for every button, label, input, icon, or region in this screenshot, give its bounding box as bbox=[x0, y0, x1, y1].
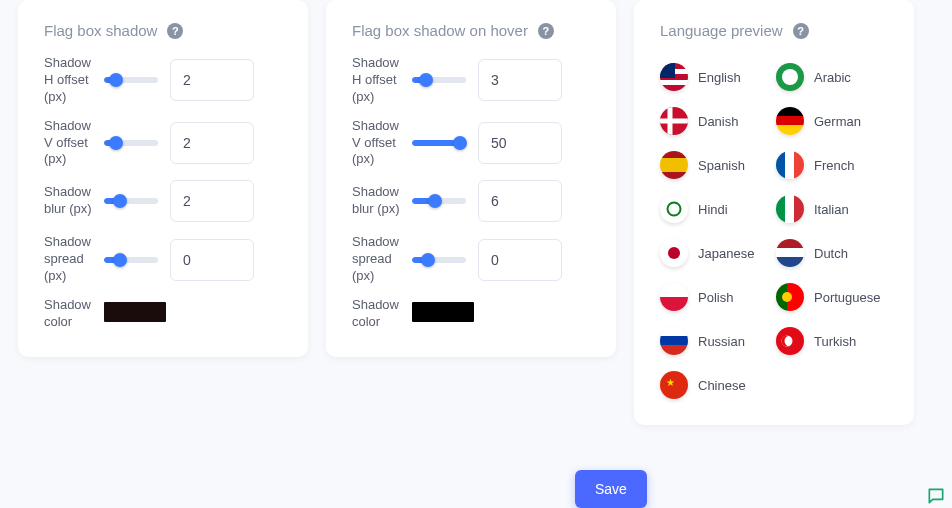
flag-icon bbox=[660, 371, 688, 399]
color-field: Shadow color bbox=[352, 297, 590, 331]
flag-icon bbox=[660, 195, 688, 223]
lang-item-pl[interactable]: Polish bbox=[660, 283, 772, 311]
lang-item-fr[interactable]: French bbox=[776, 151, 888, 179]
spread-field: Shadow spread (px) bbox=[44, 234, 282, 285]
card-title: Flag box shadow bbox=[44, 22, 157, 39]
flag-icon bbox=[660, 239, 688, 267]
lang-label: Hindi bbox=[698, 202, 728, 217]
field-label: Shadow color bbox=[352, 297, 404, 331]
lang-label: Russian bbox=[698, 334, 745, 349]
field-label: Shadow H offset (px) bbox=[44, 55, 96, 106]
spread-slider[interactable] bbox=[412, 253, 466, 267]
field-label: Shadow blur (px) bbox=[44, 184, 96, 218]
field-label: Shadow spread (px) bbox=[44, 234, 96, 285]
blur-input[interactable] bbox=[170, 180, 254, 222]
lang-item-dk[interactable]: Danish bbox=[660, 107, 772, 135]
flag-box-shadow-hover-card: Flag box shadow on hover ? Shadow H offs… bbox=[326, 0, 616, 357]
lang-label: English bbox=[698, 70, 741, 85]
lang-item-de[interactable]: German bbox=[776, 107, 888, 135]
card-title: Language preview bbox=[660, 22, 783, 39]
lang-item-ar[interactable]: Arabic bbox=[776, 63, 888, 91]
h-offset-field: Shadow H offset (px) bbox=[352, 55, 590, 106]
spread-input[interactable] bbox=[170, 239, 254, 281]
help-icon[interactable]: ? bbox=[167, 23, 183, 39]
v-offset-input[interactable] bbox=[478, 122, 562, 164]
spread-field: Shadow spread (px) bbox=[352, 234, 590, 285]
save-button[interactable]: Save bbox=[575, 470, 647, 508]
flag-box-shadow-card: Flag box shadow ? Shadow H offset (px) S… bbox=[18, 0, 308, 357]
lang-label: Danish bbox=[698, 114, 738, 129]
flag-icon bbox=[776, 195, 804, 223]
lang-label: Chinese bbox=[698, 378, 746, 393]
blur-field: Shadow blur (px) bbox=[352, 180, 590, 222]
lang-item-nl[interactable]: Dutch bbox=[776, 239, 888, 267]
v-offset-field: Shadow V offset (px) bbox=[44, 118, 282, 169]
field-label: Shadow V offset (px) bbox=[352, 118, 404, 169]
flag-icon bbox=[776, 327, 804, 355]
field-label: Shadow color bbox=[44, 297, 96, 331]
lang-item-tr[interactable]: Turkish bbox=[776, 327, 888, 355]
lang-label: Turkish bbox=[814, 334, 856, 349]
flag-icon bbox=[660, 283, 688, 311]
v-offset-slider[interactable] bbox=[104, 136, 158, 150]
lang-label: Polish bbox=[698, 290, 733, 305]
card-title: Flag box shadow on hover bbox=[352, 22, 528, 39]
flag-icon bbox=[776, 63, 804, 91]
lang-item-ru[interactable]: Russian bbox=[660, 327, 772, 355]
lang-item-it[interactable]: Italian bbox=[776, 195, 888, 223]
lang-item-pt[interactable]: Portuguese bbox=[776, 283, 888, 311]
shadow-color-swatch[interactable] bbox=[104, 302, 166, 322]
lang-item-jp[interactable]: Japanese bbox=[660, 239, 772, 267]
lang-label: French bbox=[814, 158, 854, 173]
flag-icon bbox=[776, 283, 804, 311]
flag-icon bbox=[660, 63, 688, 91]
h-offset-slider[interactable] bbox=[412, 73, 466, 87]
lang-item-in[interactable]: Hindi bbox=[660, 195, 772, 223]
lang-label: Spanish bbox=[698, 158, 745, 173]
spread-input[interactable] bbox=[478, 239, 562, 281]
h-offset-slider[interactable] bbox=[104, 73, 158, 87]
lang-label: Italian bbox=[814, 202, 849, 217]
field-label: Shadow V offset (px) bbox=[44, 118, 96, 169]
v-offset-field: Shadow V offset (px) bbox=[352, 118, 590, 169]
blur-input[interactable] bbox=[478, 180, 562, 222]
v-offset-slider[interactable] bbox=[412, 136, 466, 150]
language-preview-card: Language preview ? EnglishArabicDanishGe… bbox=[634, 0, 914, 425]
blur-field: Shadow blur (px) bbox=[44, 180, 282, 222]
field-label: Shadow H offset (px) bbox=[352, 55, 404, 106]
h-offset-input[interactable] bbox=[170, 59, 254, 101]
language-grid: EnglishArabicDanishGermanSpanishFrenchHi… bbox=[660, 63, 888, 399]
flag-icon bbox=[660, 327, 688, 355]
h-offset-input[interactable] bbox=[478, 59, 562, 101]
h-offset-field: Shadow H offset (px) bbox=[44, 55, 282, 106]
lang-label: German bbox=[814, 114, 861, 129]
lang-label: Japanese bbox=[698, 246, 754, 261]
lang-label: Dutch bbox=[814, 246, 848, 261]
flag-icon bbox=[660, 151, 688, 179]
lang-label: Arabic bbox=[814, 70, 851, 85]
lang-item-cn[interactable]: Chinese bbox=[660, 371, 772, 399]
color-field: Shadow color bbox=[44, 297, 282, 331]
help-icon[interactable]: ? bbox=[538, 23, 554, 39]
flag-icon bbox=[776, 107, 804, 135]
flag-icon bbox=[660, 107, 688, 135]
flag-icon bbox=[776, 151, 804, 179]
field-label: Shadow blur (px) bbox=[352, 184, 404, 218]
blur-slider[interactable] bbox=[412, 194, 466, 208]
blur-slider[interactable] bbox=[104, 194, 158, 208]
flag-icon bbox=[776, 239, 804, 267]
spread-slider[interactable] bbox=[104, 253, 158, 267]
v-offset-input[interactable] bbox=[170, 122, 254, 164]
field-label: Shadow spread (px) bbox=[352, 234, 404, 285]
shadow-color-swatch[interactable] bbox=[412, 302, 474, 322]
lang-item-us[interactable]: English bbox=[660, 63, 772, 91]
chat-bubble-icon[interactable] bbox=[926, 486, 946, 506]
lang-label: Portuguese bbox=[814, 290, 881, 305]
help-icon[interactable]: ? bbox=[793, 23, 809, 39]
lang-item-es[interactable]: Spanish bbox=[660, 151, 772, 179]
